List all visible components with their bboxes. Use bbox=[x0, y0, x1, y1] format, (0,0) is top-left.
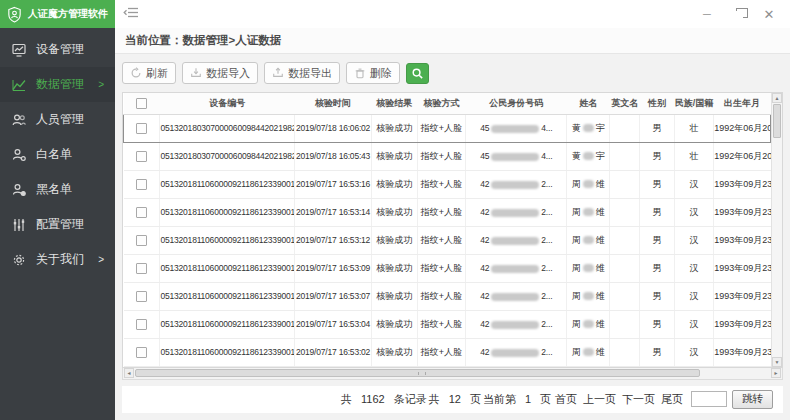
page-jump-input[interactable] bbox=[691, 391, 727, 407]
row-checkbox[interactable] bbox=[136, 347, 147, 358]
cell-birth-date: 1993年09月23日 bbox=[714, 338, 771, 366]
page-jump-button[interactable]: 跳转 bbox=[732, 390, 773, 409]
cell-birth-date: 1992年06月20日 bbox=[714, 114, 771, 142]
table-row[interactable]: 05132018110600009211861233900154 2019/07… bbox=[124, 338, 771, 366]
cell-device-number: 05132018110600009211861233900154 bbox=[160, 282, 295, 310]
row-checkbox[interactable] bbox=[136, 151, 147, 162]
cell-gender: 男 bbox=[640, 142, 674, 170]
sidebar-item-about-us[interactable]: 关于我们 > bbox=[0, 242, 115, 277]
row-checkbox[interactable] bbox=[136, 319, 147, 330]
data-export-button[interactable]: 数据导出 bbox=[264, 62, 340, 84]
sidebar-item-personnel-management[interactable]: 人员管理 bbox=[0, 102, 115, 137]
redacted-id-blur bbox=[491, 349, 539, 357]
sidebar-collapse-icon[interactable] bbox=[123, 5, 140, 24]
cell-verify-result: 核验成功 bbox=[372, 282, 418, 310]
cell-gender: 男 bbox=[640, 198, 674, 226]
redacted-id-blur bbox=[491, 237, 539, 245]
table-row[interactable]: 05132018110600009211861233900154 2019/07… bbox=[124, 282, 771, 310]
chevron-right-icon: > bbox=[98, 254, 104, 265]
cell-verify-method: 指纹+人脸 bbox=[417, 170, 466, 198]
cell-name: 黄宇 bbox=[567, 142, 610, 170]
content-area: 刷新 数据导入 数据导出 bbox=[115, 54, 790, 420]
cell-gender: 男 bbox=[640, 338, 674, 366]
total-records-prefix: 共 bbox=[341, 392, 352, 407]
cell-verify-time: 2019/07/18 16:06:02 bbox=[295, 114, 372, 142]
cell-birth-date: 1992年06月20日 bbox=[714, 142, 771, 170]
delete-button[interactable]: 删除 bbox=[346, 62, 400, 84]
cell-device-number: 05132018110600009211861233900154 bbox=[160, 310, 295, 338]
table-row[interactable]: 05132018110600009211861233900154 2019/07… bbox=[124, 226, 771, 254]
scroll-up-button[interactable]: ▲ bbox=[772, 93, 782, 103]
vertical-scrollbar[interactable]: ▲ ▼ bbox=[771, 93, 782, 367]
table-row[interactable]: 05132018030700006009844202198286 2019/07… bbox=[124, 114, 771, 142]
row-checkbox[interactable] bbox=[136, 291, 147, 302]
sidebar-item-blacklist[interactable]: 黑名单 bbox=[0, 172, 115, 207]
cell-device-number: 05132018110600009211861233900154 bbox=[160, 254, 295, 282]
vertical-scrollbar-thumb[interactable] bbox=[773, 104, 781, 138]
select-all-checkbox[interactable] bbox=[136, 98, 147, 109]
redacted-id-blur bbox=[491, 321, 539, 329]
cell-gender: 男 bbox=[640, 114, 674, 142]
cell-verify-method: 指纹+人脸 bbox=[417, 198, 466, 226]
cell-gender: 男 bbox=[640, 170, 674, 198]
redacted-name-blur bbox=[583, 348, 594, 356]
scroll-right-button[interactable]: ► bbox=[771, 368, 781, 378]
cell-verify-method: 指纹+人脸 bbox=[417, 114, 466, 142]
row-checkbox[interactable] bbox=[136, 207, 147, 218]
row-checkbox[interactable] bbox=[136, 263, 147, 274]
main-area: ─ ✕ 当前位置：数据管理>人证数据 刷新 bbox=[115, 0, 790, 420]
cell-citizen-id: 454... bbox=[466, 142, 567, 170]
table-row[interactable]: 05132018110600009211861233900154 2019/07… bbox=[124, 310, 771, 338]
sidebar-item-config-management[interactable]: 配置管理 bbox=[0, 207, 115, 242]
trash-icon bbox=[354, 67, 366, 79]
cell-ethnicity: 汉 bbox=[674, 254, 713, 282]
cell-verify-result: 核验成功 bbox=[372, 198, 418, 226]
cell-english-name bbox=[609, 226, 639, 254]
col-verify-method: 核验方式 bbox=[417, 93, 466, 114]
redacted-id-blur bbox=[491, 265, 539, 273]
restore-button[interactable] bbox=[731, 7, 745, 21]
cell-name: 周维 bbox=[567, 254, 610, 282]
first-page-link[interactable]: 首页 bbox=[555, 392, 577, 407]
cell-ethnicity: 壮 bbox=[674, 114, 713, 142]
current-page-suffix: 页 bbox=[540, 392, 551, 407]
refresh-button[interactable]: 刷新 bbox=[122, 62, 176, 84]
sidebar-item-data-management[interactable]: 数据管理 > bbox=[0, 67, 115, 102]
cell-verify-method: 指纹+人脸 bbox=[417, 254, 466, 282]
col-verify-time: 核验时间 bbox=[295, 93, 372, 114]
cell-verify-time: 2019/07/18 16:05:43 bbox=[295, 142, 372, 170]
row-checkbox[interactable] bbox=[136, 123, 147, 134]
device-chart-icon bbox=[11, 42, 27, 58]
close-button[interactable]: ✕ bbox=[762, 7, 776, 21]
horizontal-scrollbar-thumb[interactable] bbox=[135, 369, 700, 377]
scroll-down-button[interactable]: ▼ bbox=[772, 357, 782, 367]
minimize-button[interactable]: ─ bbox=[700, 7, 714, 21]
cell-name: 周维 bbox=[567, 226, 610, 254]
table-row[interactable]: 05132018030700006009844202198286 2019/07… bbox=[124, 142, 771, 170]
next-page-link[interactable]: 下一页 bbox=[622, 392, 655, 407]
cell-device-number: 05132018030700006009844202198286 bbox=[160, 114, 295, 142]
table-row[interactable]: 05132018110600009211861233900154 2019/07… bbox=[124, 254, 771, 282]
scroll-left-button[interactable]: ◄ bbox=[124, 368, 134, 378]
data-grid: 设备编号 核验时间 核验结果 核验方式 公民身份号码 姓名 英文名 性别 民族/… bbox=[123, 93, 771, 367]
table-row[interactable]: 05132018110600009211861233900154 2019/07… bbox=[124, 198, 771, 226]
cell-english-name bbox=[609, 254, 639, 282]
cell-verify-result: 核验成功 bbox=[372, 254, 418, 282]
row-checkbox[interactable] bbox=[136, 179, 147, 190]
cell-english-name bbox=[609, 282, 639, 310]
search-button[interactable] bbox=[406, 63, 429, 84]
last-page-link[interactable]: 尾页 bbox=[661, 392, 683, 407]
row-checkbox[interactable] bbox=[136, 235, 147, 246]
horizontal-scrollbar[interactable]: ◄ ► bbox=[122, 368, 783, 380]
data-import-button[interactable]: 数据导入 bbox=[182, 62, 258, 84]
cell-citizen-id: 422... bbox=[466, 170, 567, 198]
sidebar-item-whitelist[interactable]: 白名单 bbox=[0, 137, 115, 172]
sidebar-item-device-management[interactable]: 设备管理 bbox=[0, 32, 115, 67]
table-row[interactable]: 05132018110600009211861233900154 2019/07… bbox=[124, 170, 771, 198]
cell-verify-result: 核验成功 bbox=[372, 142, 418, 170]
data-line-chart-icon bbox=[11, 77, 27, 93]
cell-english-name bbox=[609, 310, 639, 338]
cell-verify-time: 2019/07/17 16:53:09 bbox=[295, 254, 372, 282]
redacted-name-blur bbox=[583, 292, 594, 300]
prev-page-link[interactable]: 上一页 bbox=[583, 392, 616, 407]
